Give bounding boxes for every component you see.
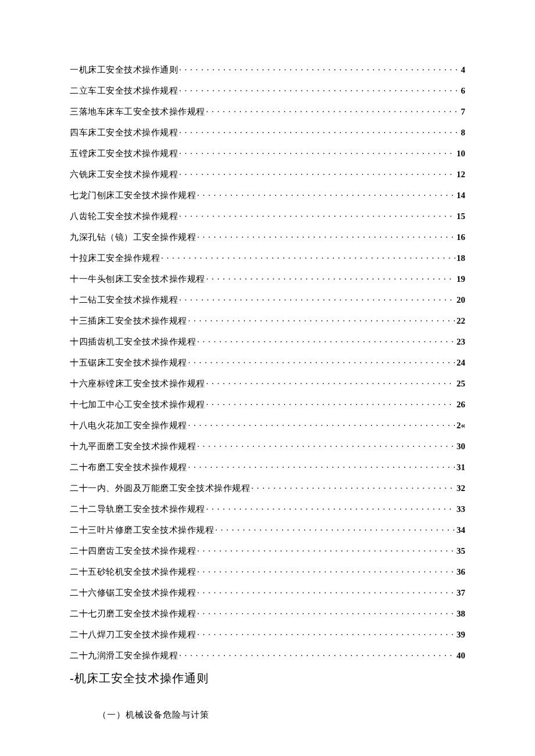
toc-title: 三落地车床车工安全技术操作规程 [70,106,205,117]
toc-title: 十拉床工安全操作规程 [70,253,160,263]
toc-page-number: 14 [456,190,465,200]
toc-page-number: 25 [456,378,465,389]
toc-entry: 九深孔钻（镜）工安全操作规程16 [70,231,465,242]
toc-title: 一机床工安全技术操作通则 [70,65,178,75]
toc-leader [179,210,455,219]
toc-entry: 二十二导轨磨工安全技术操作规程33 [70,503,465,514]
toc-title: 十九平面磨工安全技术操作规程 [70,441,196,452]
toc-leader [206,503,456,512]
table-of-contents: 一机床工安全技术操作通则4二立车工安全技术操作规程6三落地车床车工安全技术操作规… [70,64,465,661]
toc-title: 二十五砂轮机安全技术操作规程 [70,567,196,577]
toc-page-number: 30 [456,441,465,452]
toc-page-number: 8 [461,127,466,138]
toc-title: 十三插床工安全技术操作规程 [70,316,187,326]
toc-page-number: 33 [456,504,465,514]
toc-page-number: 19 [456,274,465,284]
toc-entry: 二十六修锯工安全技术操作规程37 [70,587,465,598]
toc-title: 十六座标镗床工安全技术操作规程 [70,378,205,389]
toc-page-number: 22 [456,316,465,326]
toc-page-number: 31 [456,462,465,472]
toc-title: 五镗床工安全技术操作规程 [70,148,178,159]
toc-title: 二十六修锯工安全技术操作规程 [70,587,196,598]
toc-page-number: 15 [456,211,465,221]
toc-page-number: 2« [456,420,465,431]
toc-page-number: 36 [456,567,465,577]
toc-leader [251,482,455,491]
toc-title: 十五锯床工安全技术操作规程 [70,357,187,368]
toc-title: 十一牛头刨床工安全技术操作规程 [70,274,205,284]
toc-leader [179,64,460,73]
toc-page-number: 38 [456,608,465,619]
toc-leader [197,189,455,198]
toc-entry: 四车床工安全技术操作规程8 [70,127,465,138]
toc-entry: 二立车工安全技术操作规程6 [70,85,465,96]
document-page: 一机床工安全技术操作通则4二立车工安全技术操作规程6三落地车床车工安全技术操作规… [0,0,535,756]
toc-page-number: 7 [461,106,466,117]
toc-entry: 二十七刃磨工安全技术操作规程38 [70,608,465,619]
toc-entry: 十四插齿机工安全技术操作规程23 [70,336,465,347]
toc-entry: 八齿轮工安全技术操作规程15 [70,210,465,221]
section-heading: -机床工安全技术操作通则 [70,671,465,686]
toc-leader [179,650,455,658]
toc-page-number: 16 [456,232,465,242]
toc-entry: 二十四磨齿工安全技术操作规程35 [70,545,465,556]
toc-leader [179,85,460,94]
toc-page-number: 32 [456,483,465,493]
toc-title: 十七加工中心工安全技术操作规程 [70,399,205,410]
toc-leader [197,608,455,617]
toc-leader [197,545,455,554]
toc-page-number: 26 [456,399,465,410]
toc-title: 二立车工安全技术操作规程 [70,85,178,96]
toc-title: 六铣床工安全技术操作规程 [70,169,178,180]
body-paragraph: （一）机械设备危险与计策 [98,710,465,721]
toc-title: 二十三叶片修磨工安全技术操作规程 [70,525,214,535]
toc-leader [188,461,456,470]
toc-title: 二十九润滑工安全操作规程 [70,650,178,661]
toc-title: 九深孔钻（镜）工安全操作规程 [70,232,196,242]
toc-leader [179,127,460,135]
toc-title: 二十二导轨磨工安全技术操作规程 [70,504,205,514]
toc-leader [197,440,455,449]
toc-leader [188,420,456,428]
toc-page-number: 12 [456,169,465,180]
toc-title: 二十布磨工安全技术操作规程 [70,462,187,472]
toc-leader [179,148,455,156]
toc-entry: 二十五砂轮机安全技术操作规程36 [70,566,465,577]
toc-page-number: 39 [456,629,465,640]
toc-page-number: 4 [461,65,466,75]
toc-entry: 三落地车床车工安全技术操作规程7 [70,106,465,117]
toc-leader [197,629,455,637]
toc-leader [179,169,455,177]
toc-page-number: 34 [456,525,465,535]
toc-page-number: 35 [456,546,465,556]
toc-entry: 二十三叶片修磨工安全技术操作规程34 [70,524,465,535]
toc-leader [206,399,456,407]
toc-page-number: 23 [456,336,465,347]
toc-leader [215,524,455,533]
toc-entry: 十二钻工安全技术操作规程20 [70,294,465,305]
toc-page-number: 37 [456,587,465,598]
toc-entry: 十九平面磨工安全技术操作规程30 [70,440,465,452]
toc-entry: 二十八焊刀工安全技术操作规程39 [70,629,465,640]
toc-entry: 二十九润滑工安全操作规程40 [70,650,465,661]
toc-title: 二十一内、外圆及万能磨工安全技术操作规程 [70,483,250,493]
toc-leader [206,273,456,282]
toc-entry: 十八电火花加工安全操作规程2« [70,420,465,431]
toc-page-number: 24 [456,357,465,368]
toc-title: 四车床工安全技术操作规程 [70,127,178,138]
toc-title: 十二钻工安全技术操作规程 [70,295,178,305]
toc-entry: 十六座标镗床工安全技术操作规程25 [70,378,465,389]
toc-page-number: 40 [456,650,465,661]
toc-page-number: 20 [456,295,465,305]
toc-leader [188,357,456,366]
toc-title: 二十七刃磨工安全技术操作规程 [70,608,196,619]
toc-leader [197,587,455,596]
toc-leader [188,315,456,324]
toc-entry: 十三插床工安全技术操作规程22 [70,315,465,326]
toc-entry: 二十布磨工安全技术操作规程31 [70,461,465,472]
toc-leader [206,378,456,386]
toc-leader [179,294,455,303]
toc-page-number: 6 [461,85,466,96]
toc-entry: 六铣床工安全技术操作规程12 [70,169,465,180]
toc-leader [161,252,455,261]
